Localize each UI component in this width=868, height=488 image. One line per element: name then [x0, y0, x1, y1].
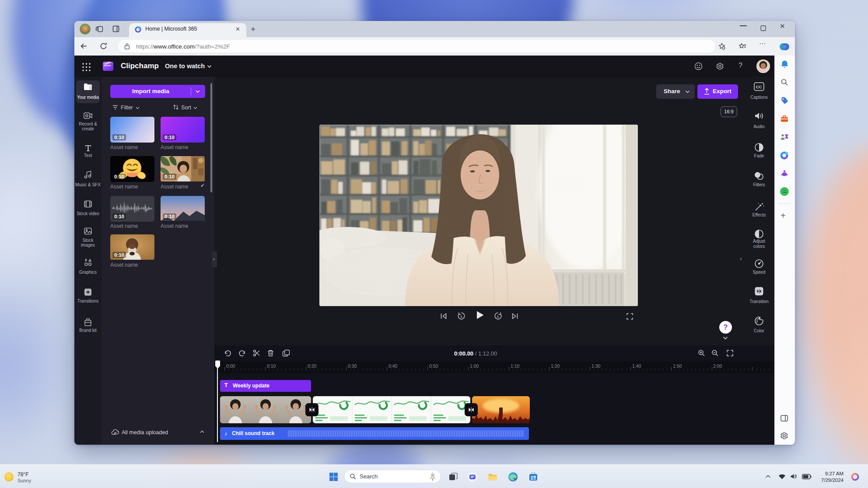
svg-text:5: 5 — [460, 315, 462, 319]
svg-text:5: 5 — [497, 315, 499, 319]
svg-text:CC: CC — [756, 84, 762, 89]
